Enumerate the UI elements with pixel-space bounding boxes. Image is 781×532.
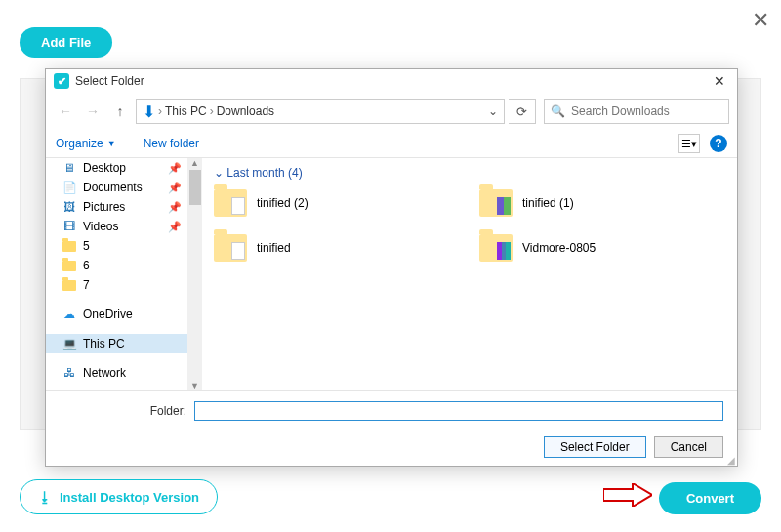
sidebar-item-label: 7 [83,278,90,292]
organize-button[interactable]: Organize [56,137,103,150]
sidebar: ▲ ▼ 🖥Desktop📌📄Documents📌🖼Pictures📌🎞Video… [46,158,202,390]
folder-icon [214,189,247,217]
view-options-button[interactable]: ☰▾ [678,134,700,153]
sidebar-item-7[interactable]: 7 [46,275,187,295]
refresh-icon[interactable]: ⟳ [509,99,536,124]
folder-name: tinified (2) [257,196,308,210]
folder-icon [62,239,77,253]
select-folder-button[interactable]: Select Folder [544,436,646,458]
folder-icon [479,189,513,217]
new-folder-button[interactable]: New folder [144,137,199,150]
nav-back-icon[interactable]: ← [54,100,77,123]
pin-icon: 📌 [168,182,182,194]
sidebar-item-pictures[interactable]: 🖼Pictures📌 [46,197,187,217]
sidebar-item-desktop[interactable]: 🖥Desktop📌 [46,158,187,178]
folder-name: tinified [257,241,291,255]
folder-input[interactable] [194,401,723,421]
vids-icon: 🎞 [62,220,77,233]
network-icon: 🖧 [62,366,77,380]
pin-icon: 📌 [168,201,182,214]
pin-icon: 📌 [168,221,182,233]
breadcrumb-sep: › [158,104,162,118]
sidebar-item-5[interactable]: 5 [46,236,187,256]
download-icon: ⭳ [38,489,52,505]
sidebar-item-label: 5 [83,239,90,253]
nav-up-icon[interactable]: ↑ [108,100,132,123]
folder-icon [62,259,77,272]
sidebar-item-label: Desktop [83,161,126,175]
sidebar-item-label: Network [83,366,126,380]
convert-button[interactable]: Convert [659,482,761,514]
folder-name: Vidmore-0805 [522,241,596,255]
resize-grip-icon[interactable]: ◢ [727,455,735,466]
dialog-titlebar: ✔ Select Folder ✕ [46,69,737,93]
breadcrumb[interactable]: ⬇ › This PC › Downloads ⌄ [136,99,505,124]
folder-icon [214,234,247,262]
sidebar-item-label: 6 [83,259,90,272]
breadcrumb-root[interactable]: This PC [165,104,207,118]
install-desktop-button[interactable]: ⭳ Install Desktop Version [20,479,218,514]
folder-item[interactable]: tinified (1) [479,189,725,217]
nav-forward-icon[interactable]: → [81,100,104,123]
sidebar-item-this-pc[interactable]: 💻This PC [46,334,187,353]
toolbar: Organize ▼ New folder ☰▾ ? [46,130,737,158]
organize-dropdown-icon[interactable]: ▼ [107,139,116,148]
sidebar-item-label: Videos [83,220,118,233]
sidebar-item-onedrive[interactable]: ☁OneDrive [46,305,187,324]
folder-icon [479,234,513,262]
scroll-up-icon[interactable]: ▲ [190,158,199,168]
sidebar-item-label: Pictures [83,200,125,214]
install-label: Install Desktop Version [60,490,199,505]
downloads-folder-icon: ⬇ [143,100,155,123]
sidebar-item-label: Documents [83,181,143,194]
breadcrumb-dropdown-icon[interactable]: ⌄ [488,104,498,118]
sidebar-item-documents[interactable]: 📄Documents📌 [46,178,187,197]
sidebar-item-network[interactable]: 🖧Network [46,363,187,383]
folder-item[interactable]: tinified (2) [214,189,460,217]
scroll-thumb[interactable] [189,170,201,205]
group-header[interactable]: ⌄ Last month (4) [214,166,725,180]
pin-icon: 📌 [168,162,182,175]
sidebar-item-label: This PC [83,337,125,350]
sidebar-item-label: OneDrive [83,307,133,321]
close-icon[interactable]: ✕ [752,8,769,33]
onedrive-icon: ☁ [62,307,77,321]
nav-row: ← → ↑ ⬇ › This PC › Downloads ⌄ ⟳ 🔍 [46,93,737,130]
folder-icon [62,278,77,292]
search-icon: 🔍 [551,104,565,118]
pics-icon: 🖼 [62,200,77,214]
scroll-down-icon[interactable]: ▼ [190,381,199,390]
chevron-down-icon: ⌄ [214,166,224,180]
search-box[interactable]: 🔍 [544,99,729,124]
group-label: Last month (4) [226,166,302,180]
dialog-title: Select Folder [75,74,144,88]
breadcrumb-current[interactable]: Downloads [217,104,274,118]
svg-marker-0 [603,483,652,507]
select-folder-dialog: ✔ Select Folder ✕ ← → ↑ ⬇ › This PC › Do… [45,68,738,467]
folder-name: tinified (1) [522,196,574,210]
sidebar-scrollbar[interactable]: ▲ ▼ [187,158,202,390]
add-file-button[interactable]: Add File [20,27,112,58]
dialog-body: ▲ ▼ 🖥Desktop📌📄Documents📌🖼Pictures📌🎞Video… [46,158,737,390]
docs-icon: 📄 [62,181,77,194]
folder-label: Folder: [60,404,186,418]
dialog-close-icon[interactable]: ✕ [710,73,729,89]
folder-item[interactable]: tinified [214,234,460,262]
cancel-button[interactable]: Cancel [654,436,723,458]
folder-item[interactable]: Vidmore-0805 [479,234,725,262]
sidebar-item-6[interactable]: 6 [46,256,187,275]
dialog-bottom: Folder: Select Folder Cancel ◢ [46,390,737,468]
app-logo-icon: ✔ [54,73,69,89]
search-input[interactable] [571,104,722,118]
content-pane: ⌄ Last month (4) tinified (2)tinified (1… [202,158,737,390]
arrow-annotation [603,483,652,511]
help-icon[interactable]: ? [710,135,727,152]
breadcrumb-sep: › [210,104,214,118]
desktop-icon: 🖥 [62,161,77,175]
pc-icon: 💻 [62,337,77,350]
sidebar-item-videos[interactable]: 🎞Videos📌 [46,217,187,236]
